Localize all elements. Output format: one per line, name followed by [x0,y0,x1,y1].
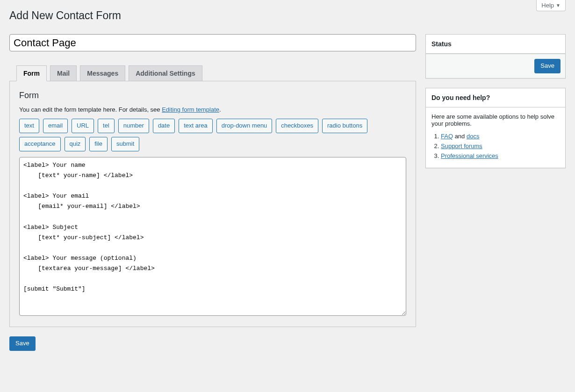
help-link[interactable]: docs [467,133,479,140]
form-title-input[interactable] [9,34,416,52]
help-link[interactable]: Professional services [441,152,498,159]
help-intro: Here are some available options to help … [431,113,560,127]
panel-description: You can edit the form template here. For… [19,106,406,113]
tag-text[interactable]: text [19,119,39,133]
tag-url[interactable]: URL [72,119,94,133]
tag-number[interactable]: number [118,119,149,133]
tag-radio-buttons[interactable]: radio buttons [322,119,367,133]
help-item: Professional services [441,152,560,159]
help-label: Help [541,2,554,9]
tag-date[interactable]: date [153,119,175,133]
tag-generator-list: textemailURLtelnumberdatetext areadrop-d… [19,119,406,151]
help-title: Do you need help? [431,94,560,101]
tag-submit[interactable]: submit [111,137,139,151]
help-link[interactable]: FAQ [441,133,453,140]
help-item: FAQ and docs [441,133,560,140]
page-title: Add New Contact Form [9,5,566,25]
editing-template-link[interactable]: Editing form template [162,106,219,113]
tab-additional-settings[interactable]: Additional Settings [129,65,202,81]
tag-file[interactable]: file [89,137,108,151]
help-box: Do you need help? Here are some availabl… [425,88,566,168]
tag-tel[interactable]: tel [98,119,115,133]
panel-heading: Form [19,91,406,100]
status-box: Status Save [425,34,566,78]
status-title: Status [431,40,560,48]
tag-text-area[interactable]: text area [179,119,213,133]
help-link[interactable]: Support forums [441,143,482,150]
tab-form[interactable]: Form [16,65,47,81]
tag-acceptance[interactable]: acceptance [19,137,61,151]
help-list: FAQ and docsSupport forumsProfessional s… [441,133,560,159]
tag-checkboxes[interactable]: checkboxes [276,119,318,133]
tag-quiz[interactable]: quiz [65,137,86,151]
tab-bar: FormMailMessagesAdditional Settings [9,65,416,81]
save-button-bottom[interactable]: Save [9,336,36,351]
form-template-textarea[interactable] [19,157,406,316]
save-button-side[interactable]: Save [534,59,561,73]
tag-email[interactable]: email [43,119,68,133]
tab-messages[interactable]: Messages [80,65,125,81]
tab-mail[interactable]: Mail [50,65,77,81]
tag-drop-down-menu[interactable]: drop-down menu [216,119,273,133]
caret-down-icon: ▼ [556,3,561,8]
help-toggle[interactable]: Help ▼ [536,0,566,11]
help-item: Support forums [441,143,560,150]
